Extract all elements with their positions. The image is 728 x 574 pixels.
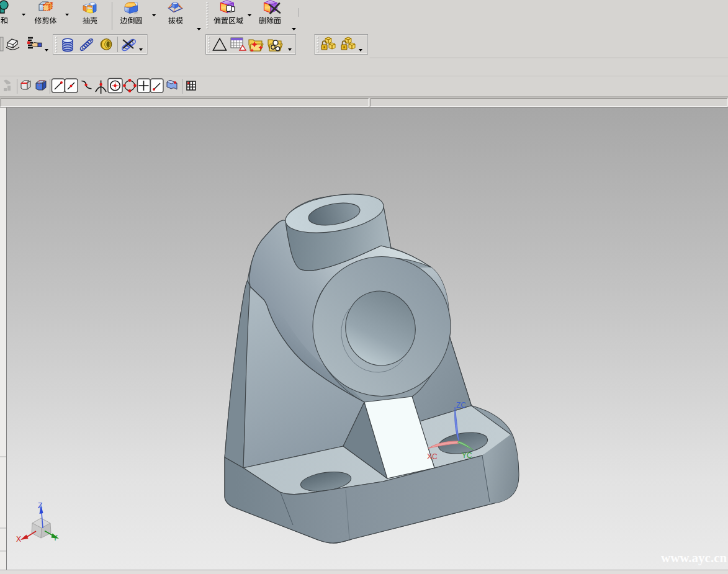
svg-text:XC: XC [427, 452, 438, 461]
svg-text:Y: Y [53, 534, 58, 542]
svg-text:Z: Z [38, 501, 42, 510]
svg-text:X: X [16, 535, 21, 544]
svg-text:www.ayc.cn: www.ayc.cn [661, 550, 727, 565]
svg-text:ZC: ZC [456, 401, 466, 410]
svg-text:YC: YC [462, 451, 472, 460]
